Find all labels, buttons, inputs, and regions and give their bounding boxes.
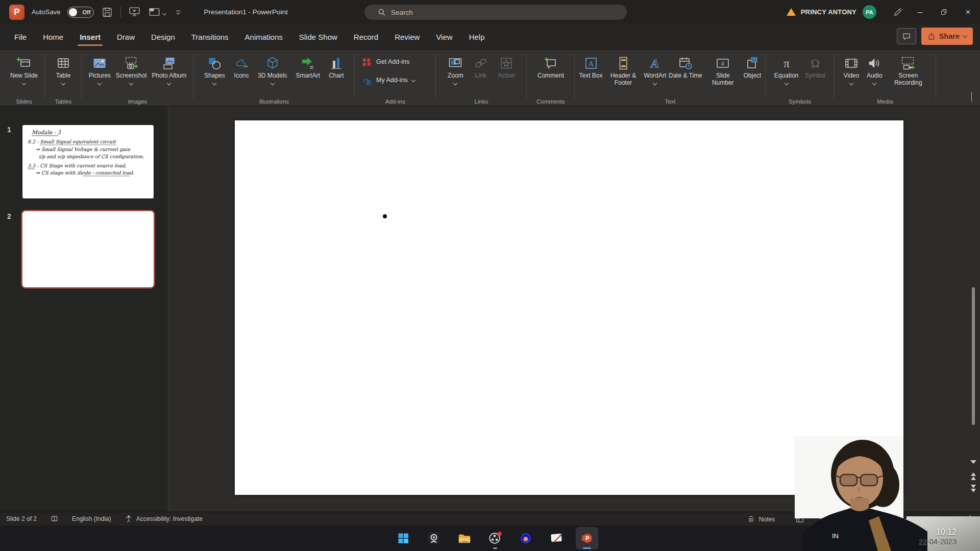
tab-animations[interactable]: Animations: [242, 26, 286, 48]
audio-button[interactable]: Audio: [867, 53, 883, 85]
recorder-app-icon[interactable]: [514, 527, 537, 549]
share-button[interactable]: Share: [921, 28, 973, 45]
tab-insert[interactable]: Insert: [77, 26, 104, 48]
dropdown-chevron: [849, 81, 853, 85]
autosave-label: AutoSave: [32, 8, 60, 16]
new-slide-button[interactable]: New Slide: [10, 53, 38, 85]
avatar[interactable]: PA: [863, 5, 876, 19]
coming-soon-pen-icon[interactable]: [888, 0, 908, 24]
table-icon: [56, 54, 71, 72]
slide-indicator[interactable]: Slide 2 of 2: [6, 515, 37, 522]
equation-button[interactable]: π Equation: [774, 53, 798, 85]
spell-check-button[interactable]: [50, 515, 59, 523]
tab-help[interactable]: Help: [466, 26, 488, 48]
dropdown-chevron: [653, 81, 657, 85]
date-time-button[interactable]: Date & Time: [669, 53, 702, 80]
minimize-button[interactable]: –: [908, 0, 932, 24]
warning-icon[interactable]: [787, 8, 796, 16]
icons-button[interactable]: Icons: [234, 53, 249, 80]
svg-text:3.3 - CS Stage with current so: 3.3 - CS Stage with current source load,: [28, 163, 127, 169]
shapes-button[interactable]: Shapes: [204, 53, 225, 85]
svg-text:A: A: [588, 60, 594, 68]
zoom-button[interactable]: Zoom: [448, 53, 463, 85]
search-icon: [378, 8, 386, 16]
autosave-toggle[interactable]: Off: [67, 7, 94, 18]
previous-slide-button[interactable]: [968, 471, 979, 481]
account-name[interactable]: PRINCY ANTONY: [801, 8, 856, 16]
tab-design[interactable]: Design: [148, 26, 178, 48]
text-box-button[interactable]: A Text Box: [579, 53, 602, 80]
wordart-button[interactable]: A WordArt: [644, 53, 666, 85]
screen-recording-button[interactable]: Screen Recording: [890, 53, 926, 86]
get-add-ins-button[interactable]: Get Add-ins: [361, 57, 415, 68]
video-button[interactable]: Video: [844, 53, 859, 85]
powerpoint-taskbar-icon[interactable]: P: [576, 527, 598, 549]
screenshot-icon: [124, 54, 139, 72]
tab-file[interactable]: File: [11, 26, 30, 48]
tab-view[interactable]: View: [433, 26, 455, 48]
object-button[interactable]: Object: [744, 53, 762, 80]
tab-record[interactable]: Record: [351, 26, 381, 48]
svg-text:π: π: [783, 57, 790, 70]
language-indicator[interactable]: English (India): [72, 515, 111, 522]
slide-number-icon: #: [715, 54, 730, 72]
ribbon-tabs-row: File Home Insert Draw Design Transitions…: [0, 24, 980, 50]
tab-slide-show[interactable]: Slide Show: [296, 26, 340, 48]
collapse-ribbon-chevron[interactable]: [971, 92, 972, 102]
obs-studio-icon[interactable]: [484, 527, 506, 549]
my-add-ins-button[interactable]: My Add-ins: [361, 75, 415, 86]
restore-button[interactable]: [932, 0, 956, 24]
search-bar[interactable]: [364, 5, 627, 20]
ink-dot: [383, 214, 387, 218]
slide-1-thumbnail[interactable]: Module - 3 8.2 - Small Signal equivalent…: [22, 125, 154, 198]
vertical-scrollbar[interactable]: [972, 287, 975, 425]
title-bar: P AutoSave Off Presentation1 - PowerPoin…: [0, 0, 980, 24]
comments-pane-button[interactable]: [897, 28, 916, 44]
powerpoint-app-icon: P: [9, 5, 24, 20]
share-dropdown-chevron: [963, 33, 968, 38]
date-time-icon: [678, 54, 693, 72]
window-title: Presentation1 - PowerPoint: [204, 8, 287, 16]
scroll-down-arrow[interactable]: [968, 459, 979, 465]
next-slide-button[interactable]: [968, 484, 979, 493]
tray-language[interactable]: IN: [832, 532, 839, 540]
header-footer-button[interactable]: Header & Footer: [605, 53, 642, 86]
chart-button[interactable]: Chart: [329, 53, 344, 80]
tray-clock[interactable]: 10:12 22-04-2023: [919, 528, 957, 546]
camera-app-icon[interactable]: [423, 527, 445, 549]
notes-button[interactable]: Notes: [747, 515, 775, 523]
photo-album-button[interactable]: Photo Album: [152, 53, 186, 85]
icons-icon: [234, 54, 249, 72]
accessibility-status[interactable]: Accessibility: Investigate: [125, 515, 203, 523]
table-button[interactable]: Table: [56, 53, 71, 85]
pictures-button[interactable]: Pictures: [89, 53, 111, 85]
close-button[interactable]: ×: [956, 0, 980, 24]
whiteboard-app-icon[interactable]: [545, 527, 568, 549]
tab-review[interactable]: Review: [391, 26, 423, 48]
equation-icon: π: [779, 54, 794, 72]
slide-2-thumbnail[interactable]: [22, 211, 154, 287]
file-explorer-icon[interactable]: [453, 527, 476, 549]
ribbon-group-images: Pictures Screenshot Photo Album: [84, 50, 191, 106]
dropdown-chevron: [872, 81, 876, 85]
start-slideshow-icon[interactable]: [128, 6, 141, 18]
tab-home[interactable]: Home: [40, 26, 66, 48]
ribbon-group-tables: Table Tables: [47, 50, 80, 106]
svg-text:Ω: Ω: [811, 57, 820, 70]
photo-album-icon: [161, 54, 177, 72]
tab-draw[interactable]: Draw: [114, 26, 138, 48]
start-button[interactable]: [392, 527, 414, 549]
customize-toolbar-icon[interactable]: [148, 6, 166, 18]
screenshot-button[interactable]: Screenshot: [116, 53, 147, 85]
dropdown-chevron: [784, 81, 788, 85]
tab-transitions[interactable]: Transitions: [188, 26, 232, 48]
quick-access-chevron-icon[interactable]: [173, 7, 183, 17]
smartart-button[interactable]: SmartArt: [296, 53, 320, 80]
search-input[interactable]: [391, 9, 585, 16]
dropdown-chevron: [453, 81, 457, 85]
slide-number-button[interactable]: # Slide Number: [704, 53, 741, 86]
comment-button[interactable]: Comment: [537, 53, 564, 80]
get-add-ins-icon: [361, 57, 372, 68]
3d-models-button[interactable]: 3D Models: [258, 53, 287, 85]
save-icon[interactable]: [101, 6, 113, 18]
